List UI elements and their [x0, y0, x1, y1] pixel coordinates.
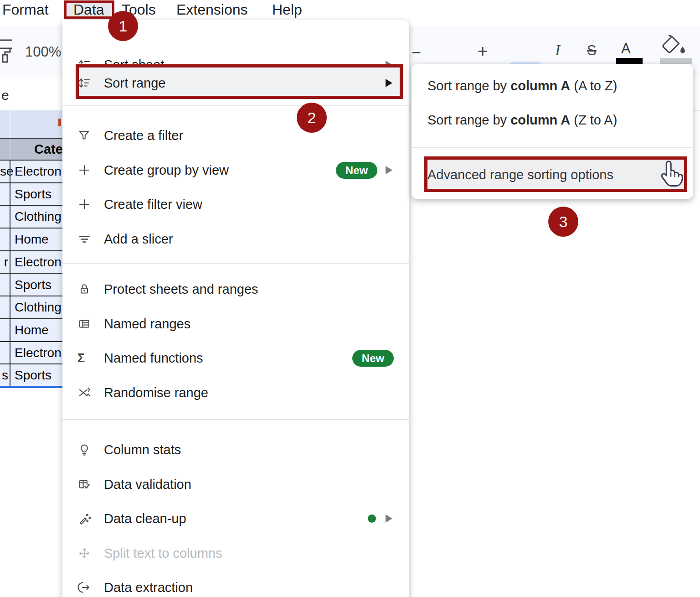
cell-category[interactable]: Electron	[15, 346, 62, 360]
annotation-box-advanced-options	[424, 156, 687, 192]
named-ranges-icon	[77, 317, 91, 331]
submenu-arrow-icon	[386, 514, 392, 523]
cell-category[interactable]: Home	[15, 232, 49, 247]
lightbulb-icon	[77, 443, 91, 457]
selection-border	[0, 386, 62, 388]
name-box-text-fragment: e	[1, 88, 9, 103]
text-color-button[interactable]: A	[621, 41, 631, 57]
italic-button[interactable]: I	[555, 42, 560, 59]
zoom-select[interactable]: 100%	[25, 44, 61, 60]
menu-item-protect-sheets-and-ranges[interactable]: Protect sheets and ranges	[62, 272, 409, 306]
text-color-swatch	[616, 58, 643, 64]
column-header-band[interactable]	[0, 110, 62, 138]
cell-category[interactable]: Clothing	[15, 300, 62, 315]
data-validation-icon	[77, 478, 91, 491]
menu-item-data-extraction[interactable]: Data extraction	[62, 570, 409, 597]
menubar-extensions[interactable]: Extensions	[176, 0, 248, 20]
menu-item-named-ranges[interactable]: Named ranges	[62, 306, 409, 341]
new-badge: New	[352, 350, 394, 367]
sheets-app: Format Data Tools Extensions Help 100% −…	[0, 0, 700, 597]
cell-product-fragment[interactable]: s	[0, 368, 8, 383]
decrease-font-button[interactable]: −	[412, 43, 421, 62]
fill-color-icon[interactable]	[659, 35, 688, 57]
cell-category[interactable]: Home	[15, 323, 49, 337]
menu-item-create-filter-view[interactable]: Create filter view	[62, 187, 409, 222]
step-badge-3: 3	[548, 207, 578, 237]
submenu-item-sort-a-to-z[interactable]: Sort range by column A (A to Z)	[427, 78, 617, 93]
menu-divider	[62, 105, 409, 106]
data-extraction-icon	[77, 581, 91, 594]
slicer-icon	[77, 232, 91, 246]
cell-category[interactable]: Clothing	[15, 209, 62, 224]
step-badge-2: 2	[297, 103, 327, 133]
plus-icon	[77, 197, 91, 211]
gridline	[10, 161, 10, 387]
new-badge: New	[336, 162, 377, 179]
category-header-cell[interactable]: Cate	[34, 142, 63, 157]
gridline	[10, 139, 10, 160]
step-badge-1: 1	[108, 11, 138, 41]
menu-item-column-stats[interactable]: Column stats	[62, 432, 409, 467]
magic-wand-icon	[77, 512, 91, 525]
menu-item-split-text-to-columns: Split text to columns	[62, 536, 409, 571]
gridline	[10, 110, 10, 138]
plus-icon	[77, 163, 91, 177]
paint-format-icon[interactable]	[0, 38, 12, 64]
cell-category[interactable]: Electron	[15, 164, 62, 179]
menu-item-randomise-range[interactable]: Randomise range	[62, 375, 409, 410]
menu-item-data-clean-up[interactable]: Data clean-up	[62, 501, 409, 536]
cell-category[interactable]: Sports	[15, 278, 51, 292]
cell-category[interactable]: Sports	[15, 187, 51, 202]
lock-icon	[77, 282, 91, 296]
filter-funnel-icon	[77, 129, 91, 142]
menu-divider	[62, 263, 409, 264]
cell-category[interactable]: Electron	[15, 255, 62, 270]
annotation-box-sort-range	[76, 64, 403, 99]
cell-product-fragment[interactable]: se	[0, 164, 8, 179]
data-menu-panel: Sort sheet Sort range Create a filter Cr…	[62, 20, 409, 597]
annotation-box-data-menu	[64, 0, 114, 19]
menubar-help[interactable]: Help	[272, 0, 302, 20]
submenu-arrow-icon	[386, 166, 392, 174]
menu-divider	[62, 419, 409, 420]
menu-item-data-validation[interactable]: Data validation	[62, 467, 409, 502]
table-header-row[interactable]: Cate	[0, 138, 62, 161]
increase-font-button[interactable]: +	[478, 42, 488, 61]
menubar-format[interactable]: Format	[2, 0, 48, 20]
shuffle-icon	[77, 386, 91, 400]
menu-item-create-a-filter[interactable]: Create a filter	[62, 118, 409, 153]
menu-item-named-functions[interactable]: Σ Named functions New	[62, 341, 409, 375]
menu-item-add-a-slicer[interactable]: Add a slicer	[62, 222, 409, 256]
cell-category[interactable]: Sports	[15, 368, 51, 383]
menu-item-create-group-by-view[interactable]: Create group by view New	[62, 153, 409, 187]
notification-dot	[368, 514, 376, 523]
hand-cursor-icon	[656, 159, 685, 189]
clipped-text-fragment	[58, 119, 61, 126]
submenu-divider	[412, 147, 693, 148]
sigma-icon: Σ	[77, 351, 85, 365]
strikethrough-button[interactable]: S	[587, 42, 597, 59]
submenu-item-sort-z-to-a[interactable]: Sort range by column A (Z to A)	[427, 113, 617, 128]
cell-product-fragment[interactable]: r	[0, 255, 8, 270]
split-columns-icon	[77, 546, 91, 560]
fill-color-swatch	[660, 58, 692, 64]
